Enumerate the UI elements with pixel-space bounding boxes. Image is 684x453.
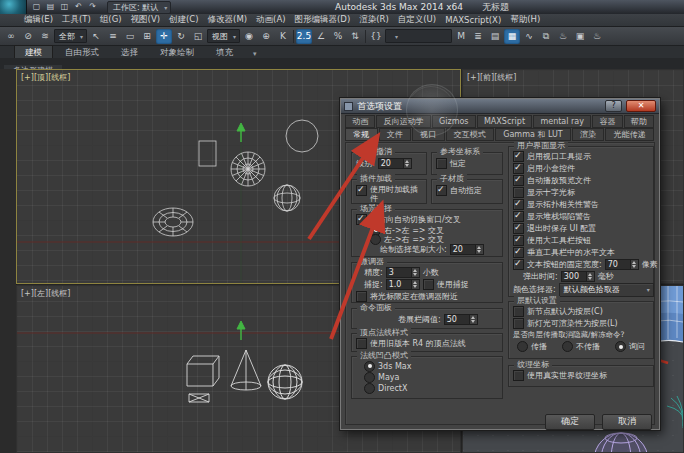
move-icon[interactable]: ✛: [156, 29, 172, 44]
ok-button[interactable]: 确定: [545, 414, 595, 430]
spinner-buttons[interactable]: [631, 259, 639, 270]
spinner-value[interactable]: 3: [386, 267, 412, 278]
menu-create[interactable]: 创建(C): [169, 14, 199, 26]
spinner-buttons[interactable]: [587, 271, 595, 282]
tab-rendering[interactable]: 渲染: [572, 128, 605, 141]
bind-spacewarp-icon[interactable]: ≋: [37, 29, 53, 44]
spinner-value[interactable]: 300: [561, 271, 587, 282]
snap-toggle-icon[interactable]: 2.5: [296, 29, 312, 44]
fixed-width-spinner[interactable]: 70: [605, 259, 639, 270]
tab-gamma-lut[interactable]: Gamma 和 LUT: [495, 128, 571, 141]
window-crossing-icon[interactable]: ⊞: [139, 29, 155, 44]
constant-checkbox[interactable]: [436, 158, 447, 169]
tab-files[interactable]: 文件: [379, 128, 412, 141]
dialog-help-button[interactable]: ?: [605, 100, 622, 112]
rollout-threshold-spinner[interactable]: 50: [444, 314, 478, 325]
menu-rendering[interactable]: 渲染(R): [359, 14, 389, 26]
ask-radio[interactable]: [615, 341, 626, 352]
tab-object-paint[interactable]: 对象绘制: [150, 46, 204, 58]
topology-warning-checkbox[interactable]: [513, 199, 524, 210]
tab-freeform[interactable]: 自由形式: [55, 46, 109, 58]
tab-gizmos[interactable]: Gizmos: [432, 115, 476, 128]
tab-containers[interactable]: 容器: [592, 115, 622, 128]
bump-3dsmax-radio[interactable]: [364, 361, 375, 372]
chevron-down-icon[interactable]: ▾: [253, 50, 257, 58]
named-sets-dropdown[interactable]: ▾: [385, 29, 452, 43]
load-plugins-checkbox[interactable]: [356, 185, 367, 196]
new-scene-icon[interactable]: ▢: [31, 0, 42, 14]
menu-edit[interactable]: 编辑(E): [24, 14, 53, 26]
large-toolbar-checkbox[interactable]: [513, 235, 524, 246]
crosshair-cursor-checkbox[interactable]: [513, 187, 524, 198]
ref-coord-dropdown[interactable]: 视图 ▾: [207, 29, 240, 43]
snap-spinner[interactable]: 1.0: [386, 279, 420, 290]
real-world-coords-checkbox[interactable]: [513, 370, 524, 381]
bump-maya-radio[interactable]: [364, 372, 375, 383]
angle-snap-icon[interactable]: ∠: [313, 29, 329, 44]
spinner-value[interactable]: 1.0: [386, 279, 412, 290]
scale-icon[interactable]: ◱: [190, 29, 206, 44]
select-link-icon[interactable]: ∞: [3, 29, 19, 44]
undo-levels-spinner[interactable]: 20: [378, 158, 412, 169]
layer-manager-icon[interactable]: ▤: [487, 29, 503, 44]
node-by-layer-checkbox[interactable]: [513, 306, 524, 317]
rotate-icon[interactable]: ↻: [173, 29, 189, 44]
tab-populate[interactable]: 填充: [206, 46, 243, 58]
menu-customize[interactable]: 自定义(U): [398, 14, 436, 26]
mirror-icon[interactable]: M: [453, 29, 469, 44]
break-link-icon[interactable]: ⊘: [20, 29, 36, 44]
tab-viewports[interactable]: 视口: [412, 128, 445, 141]
wrap-cursor-checkbox[interactable]: [356, 291, 367, 302]
left-right-crossing-radio[interactable]: [370, 234, 381, 245]
spinner-snap-icon[interactable]: ⇅: [347, 29, 363, 44]
workspace-dropdown[interactable]: 工作区: 默认 ▾: [107, 1, 171, 14]
select-manipulate-icon[interactable]: ⊕: [258, 29, 274, 44]
tab-radiosity[interactable]: 光能传递: [605, 128, 654, 141]
bump-directx-radio[interactable]: [364, 383, 375, 394]
auto-assign-checkbox[interactable]: [436, 185, 447, 196]
cancel-button[interactable]: 取消: [602, 414, 652, 430]
spinner-buttons[interactable]: [476, 244, 484, 255]
spinner-buttons[interactable]: [470, 314, 478, 325]
menu-views[interactable]: 视图(V): [131, 14, 160, 26]
brush-size-spinner[interactable]: 20: [450, 244, 484, 255]
spinner-buttons[interactable]: [412, 267, 420, 278]
tab-help[interactable]: 帮助: [624, 115, 654, 128]
tab-mental-ray[interactable]: mental ray: [533, 115, 591, 128]
use-snap-checkbox[interactable]: [423, 279, 434, 290]
precision-spinner[interactable]: 3: [386, 267, 420, 278]
menu-tools[interactable]: 工具(T): [62, 14, 91, 26]
percent-snap-icon[interactable]: %: [330, 29, 346, 44]
pivot-center-icon[interactable]: ◉: [241, 29, 257, 44]
menu-graph-editors[interactable]: 图形编辑器(D): [295, 14, 351, 26]
propagate-radio[interactable]: [517, 341, 528, 352]
caddy-controls-checkbox[interactable]: [513, 163, 524, 174]
horizontal-text-checkbox[interactable]: [513, 247, 524, 258]
select-by-name-icon[interactable]: ≡: [105, 29, 121, 44]
legacy-r4-normals-checkbox[interactable]: [356, 338, 367, 349]
selection-filter-dropdown[interactable]: 全部 ▾: [54, 29, 87, 43]
collapse-warning-checkbox[interactable]: [513, 211, 524, 222]
render-icon[interactable]: ♨: [589, 29, 605, 44]
menu-animation[interactable]: 动画(A): [256, 14, 285, 26]
edit-named-sets-icon[interactable]: {}: [368, 29, 384, 44]
flyout-time-spinner[interactable]: 300: [561, 271, 595, 282]
save-ui-checkbox[interactable]: [513, 223, 524, 234]
tab-modeling[interactable]: 建模: [14, 45, 53, 58]
auto-window-crossing-checkbox[interactable]: [356, 214, 367, 225]
menu-group[interactable]: 组(G): [100, 14, 122, 26]
rect-selection-region-icon[interactable]: ▭: [122, 29, 138, 44]
spinner-buttons[interactable]: [404, 158, 412, 169]
menu-help[interactable]: 帮助(H): [510, 14, 540, 26]
spinner-value[interactable]: 20: [378, 158, 404, 169]
spinner-value[interactable]: 50: [444, 314, 470, 325]
tab-general[interactable]: 常规: [345, 128, 378, 141]
viewport-tooltips-checkbox[interactable]: [513, 151, 524, 162]
schematic-view-icon[interactable]: ⧉: [538, 29, 554, 44]
keyboard-override-icon[interactable]: K: [275, 29, 291, 44]
save-file-icon[interactable]: ◫: [59, 0, 70, 14]
menu-maxscript[interactable]: MAXScript(X): [445, 15, 501, 25]
do-not-propagate-radio[interactable]: [562, 341, 573, 352]
autoplay-preview-checkbox[interactable]: [513, 175, 524, 186]
dialog-title-bar[interactable]: 首选项设置 ? ✕: [341, 99, 659, 114]
